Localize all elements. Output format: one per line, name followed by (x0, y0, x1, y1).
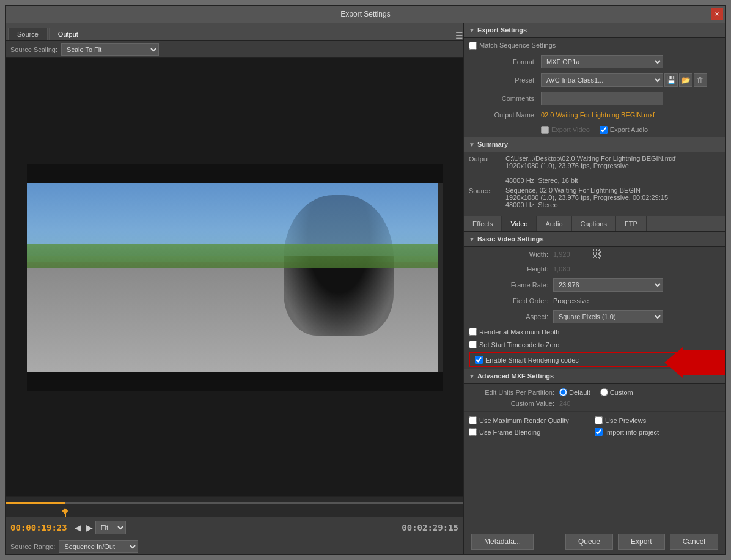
advanced-mxf-header[interactable]: ▼ Advanced MXF Settings (464, 369, 725, 384)
tab-effects[interactable]: Effects (464, 216, 502, 231)
close-button[interactable]: × (711, 8, 723, 20)
output-name-link[interactable]: 02.0 Waiting For Lightning BEGIN.mxf (541, 111, 655, 119)
default-radio-option: Default (559, 388, 590, 396)
preset-select[interactable]: AVC-Intra Class1... (541, 73, 663, 87)
import-into-project-col: Import into project (595, 428, 721, 436)
use-previews-checkbox[interactable] (595, 416, 603, 424)
source-range-select[interactable]: Sequence In/Out Work Area Entire Sequenc… (59, 540, 138, 553)
save-preset-button[interactable]: 💾 (664, 73, 678, 87)
controls-row: 00:00:19:23 ◀ ▶ Fit 25% 50% 100% 00:02:2… (6, 517, 463, 539)
prev-frame-button[interactable]: ◀ (72, 521, 84, 534)
smart-render-row: Enable Smart Rendering codec (469, 352, 721, 367)
format-select[interactable]: MXF OP1a (541, 55, 663, 68)
aspect-select[interactable]: Square Pixels (1.0) (553, 310, 663, 323)
render-max-checkbox[interactable] (469, 328, 477, 336)
queue-button[interactable]: Queue (565, 534, 613, 550)
timeline-track[interactable] (6, 502, 463, 504)
advanced-mxf-section: Edit Units Per Partition: Default Custom… (464, 384, 725, 411)
tab-captions[interactable]: Captions (572, 216, 616, 231)
link-dimensions-icon[interactable]: ⛓ (592, 249, 602, 260)
summary-output-row: Output: C:\User...\Desktop\02.0 Waiting … (469, 155, 721, 184)
tab-source[interactable]: Source (8, 28, 48, 40)
summary-output-val: C:\User...\Desktop\02.0 Waiting For Ligh… (505, 155, 721, 184)
summary-output-label: Output: (469, 155, 505, 163)
output-name-label: Output Name: (469, 111, 536, 119)
import-preset-button[interactable]: 📂 (679, 73, 692, 87)
custom-radio[interactable] (600, 388, 608, 396)
use-previews-col: Use Previews (595, 416, 721, 424)
use-max-render-label: Use Maximum Render Quality (479, 417, 569, 424)
basic-video-arrow: ▼ (469, 236, 475, 243)
match-sequence-checkbox[interactable] (469, 42, 477, 50)
smart-render-checkbox[interactable] (475, 356, 483, 364)
video-top-bar (27, 164, 443, 183)
video-scene (27, 183, 443, 372)
playhead-bar[interactable] (6, 509, 463, 517)
summary-section: Output: C:\User...\Desktop\02.0 Waiting … (464, 152, 725, 216)
summary-source-label: Source: (469, 186, 505, 194)
default-radio[interactable] (559, 388, 567, 396)
bottom-check-row-1: Use Maximum Render Quality Use Previews (469, 414, 721, 426)
cancel-button[interactable]: Cancel (670, 534, 718, 550)
default-radio-label: Default (569, 389, 590, 396)
advanced-mxf-arrow: ▼ (469, 373, 475, 380)
summary-source-row: Source: Sequence, 02.0 Waiting For Light… (469, 186, 721, 208)
field-order-label: Field Order: (469, 297, 548, 304)
edit-units-label: Edit Units Per Partition: (469, 389, 554, 396)
width-value: 1,920 (553, 251, 590, 258)
use-frame-blending-checkbox[interactable] (469, 428, 477, 436)
height-label: Height: (469, 265, 548, 273)
tab-video[interactable]: Video (502, 216, 537, 231)
aspect-label: Aspect: (469, 313, 548, 320)
height-value: 1,080 (553, 265, 590, 273)
frame-rate-select[interactable]: 23.976 24 25 29.97 30 (553, 278, 663, 292)
timecode-current: 00:00:19:23 (10, 523, 67, 532)
bottom-controls: 00:00:19:23 ◀ ▶ Fit 25% 50% 100% 00:02:2… (6, 496, 463, 554)
fit-select[interactable]: Fit 25% 50% 100% (95, 521, 126, 534)
basic-video-header[interactable]: ▼ Basic Video Settings (464, 232, 725, 247)
import-into-project-label: Import into project (605, 429, 659, 436)
smart-render-container: Enable Smart Rendering codec (464, 352, 725, 367)
export-settings-header[interactable]: ▼ Export Settings (464, 23, 725, 38)
video-area (6, 58, 463, 496)
use-max-render-checkbox[interactable] (469, 416, 477, 424)
format-row: Format: MXF OP1a (464, 53, 725, 71)
basic-video-title: Basic Video Settings (477, 235, 544, 243)
metadata-button[interactable]: Metadata... (471, 534, 534, 550)
source-scaling-select[interactable]: Scale To Fit Scale To Fill Stretch to Fi… (61, 43, 159, 56)
title-bar: Export Settings × (6, 6, 725, 23)
format-label: Format: (469, 58, 536, 65)
tab-output[interactable]: Output (49, 28, 87, 40)
export-settings-arrow: ▼ (469, 27, 475, 34)
export-button[interactable]: Export (618, 534, 665, 550)
right-tabs-row: Effects Video Audio Captions FTP (464, 216, 725, 232)
start-timecode-row: Set Start Timecode to Zero (464, 338, 725, 351)
right-scroll[interactable]: ▼ Export Settings Match Sequence Setting… (464, 23, 725, 528)
menu-icon[interactable]: ☰ (455, 31, 463, 40)
summary-header[interactable]: ▼ Summary (464, 137, 725, 152)
next-frame-button[interactable]: ▶ (84, 521, 95, 534)
source-range-row: Source Range: Sequence In/Out Work Area … (6, 539, 463, 554)
comments-input[interactable] (541, 92, 663, 105)
use-previews-label: Use Previews (605, 417, 646, 424)
video-scrollbar[interactable] (438, 183, 443, 372)
video-bottom-bar (27, 372, 443, 391)
import-into-project-checkbox[interactable] (595, 428, 603, 436)
export-audio-checkbox[interactable] (600, 126, 608, 134)
delete-preset-button[interactable]: 🗑 (694, 73, 707, 87)
start-timecode-checkbox[interactable] (469, 341, 477, 348)
tab-ftp[interactable]: FTP (616, 216, 647, 231)
comments-row: Comments: (464, 89, 725, 108)
use-frame-blending-col: Use Frame Blending (469, 428, 595, 436)
tab-audio[interactable]: Audio (537, 216, 571, 231)
export-video-checkbox[interactable] (541, 126, 549, 134)
edit-units-row: Edit Units Per Partition: Default Custom (469, 386, 721, 398)
field-order-row: Field Order: Progressive (464, 293, 725, 308)
timeline-bar[interactable] (6, 497, 463, 509)
export-checks-row: Export Video Export Audio (464, 122, 725, 137)
right-panel: ▼ Export Settings Match Sequence Setting… (464, 23, 725, 554)
source-range-label: Source Range: (10, 543, 55, 550)
custom-value-row: Custom Value: 240 (469, 398, 721, 409)
export-audio-label: Export Audio (610, 126, 648, 133)
custom-radio-option: Custom (600, 388, 633, 396)
